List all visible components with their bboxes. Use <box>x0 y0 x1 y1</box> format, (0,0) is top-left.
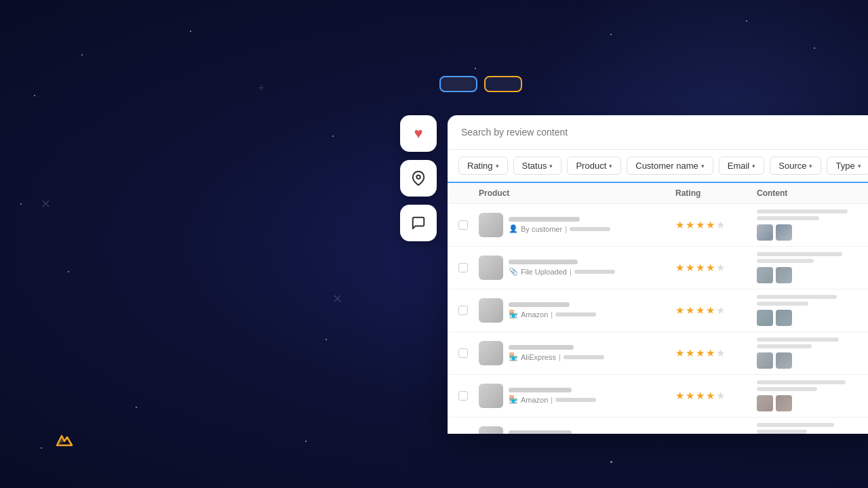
product-filter[interactable]: Product ▾ <box>567 157 621 175</box>
customer-bar <box>555 398 596 402</box>
heart-icon: ♥ <box>414 125 422 142</box>
source-label: AliExpress <box>521 353 556 361</box>
review-image <box>757 395 773 411</box>
unpublished-tab[interactable] <box>484 76 522 92</box>
source-icon: 🏪 <box>509 395 518 404</box>
source-tag: 📎 File Uploaded | <box>509 267 615 276</box>
star-filled-icon: ★ <box>706 390 715 402</box>
product-name-bar <box>509 430 572 434</box>
star-filled-icon: ★ <box>675 304 684 317</box>
source-tag: 🏪 Amazon | <box>509 310 596 319</box>
review-image <box>757 310 773 326</box>
star-empty-icon: ★ <box>716 347 725 359</box>
star-rating: ★★★★★ <box>675 262 757 274</box>
tab-area <box>439 76 522 92</box>
source-icon: 🏪 <box>509 310 518 319</box>
review-image <box>757 267 773 283</box>
review-image <box>776 224 792 241</box>
email-filter[interactable]: Email ▾ <box>719 157 765 175</box>
row-checkbox[interactable] <box>458 306 479 315</box>
rating-filter[interactable]: Rating ▾ <box>458 157 508 175</box>
table-row[interactable]: 🏪 Amazon | ★★★★★ <box>448 375 868 418</box>
source-icon: 👤 <box>509 224 518 233</box>
content-bar <box>757 216 819 220</box>
product-info: 🏪 AliExpress | <box>509 345 604 361</box>
review-panel: Rating ▾ Status ▾ Product ▾ Customer nam… <box>448 115 868 434</box>
product-info: 🏪 AliExpress | <box>509 430 604 434</box>
star-rating: ★★★★★ <box>675 432 757 434</box>
star-filled-icon: ★ <box>675 219 684 231</box>
star-filled-icon: ★ <box>706 432 715 434</box>
type-filter[interactable]: Type ▾ <box>827 157 868 175</box>
source-tag: 🏪 Amazon | <box>509 395 596 404</box>
table-row[interactable]: 🏪 Amazon | ★★★★★ <box>448 289 868 332</box>
row-checkbox[interactable] <box>458 348 479 358</box>
search-input[interactable] <box>461 127 868 138</box>
product-name-bar <box>509 217 580 222</box>
star-decoration <box>610 461 612 463</box>
row-checkbox[interactable] <box>458 263 479 272</box>
product-name-bar <box>509 260 578 264</box>
source-icon: 🏪 <box>509 352 518 361</box>
table-row[interactable]: 📎 File Uploaded | ★★★★★ <box>448 247 868 289</box>
chat-button[interactable] <box>400 205 437 241</box>
star-decoration <box>610 34 612 35</box>
customer-bar <box>555 312 596 317</box>
chevron-down-icon: ▾ <box>858 163 861 169</box>
star-filled-icon: ★ <box>675 347 684 359</box>
star-filled-icon: ★ <box>686 432 694 434</box>
review-image <box>776 310 792 326</box>
row-checkbox[interactable] <box>458 391 479 401</box>
content-images <box>757 352 868 369</box>
product-info: 📎 File Uploaded | <box>509 260 615 276</box>
star-filled-icon: ★ <box>675 390 684 402</box>
star-filled-icon: ★ <box>706 304 715 317</box>
chat-icon <box>411 216 426 230</box>
star-filled-icon: ★ <box>686 347 694 359</box>
product-cell: 👤 By customer | <box>479 213 675 237</box>
left-panel <box>0 0 380 488</box>
main-title <box>54 188 339 226</box>
customer-filter[interactable]: Customer name ▾ <box>627 157 713 175</box>
chevron-down-icon: ▾ <box>609 163 612 169</box>
heart-button[interactable]: ♥ <box>400 115 437 152</box>
source-icon: 📎 <box>509 267 518 276</box>
row-checkbox[interactable] <box>458 220 479 230</box>
product-name-bar <box>509 388 572 392</box>
source-label: By customer <box>521 225 562 233</box>
star-filled-icon: ★ <box>686 390 694 402</box>
content-bar <box>757 259 814 263</box>
content-bar <box>757 387 817 391</box>
source-filter[interactable]: Source ▾ <box>770 157 821 175</box>
content-bar <box>757 302 808 306</box>
content-bar <box>757 295 837 299</box>
source-label: Amazon <box>521 310 548 319</box>
star-filled-icon: ★ <box>686 304 694 317</box>
content-cell <box>757 295 868 326</box>
review-image <box>776 395 792 411</box>
review-image <box>757 224 773 241</box>
table-row[interactable]: 🏪 AliExpress | ★★★★★ <box>448 332 868 375</box>
pin-icon <box>411 171 426 186</box>
chevron-down-icon: ▾ <box>496 163 499 169</box>
star-filled-icon: ★ <box>706 219 715 231</box>
content-cell <box>757 209 868 241</box>
published-tab[interactable] <box>439 76 477 92</box>
product-thumbnail <box>479 298 503 323</box>
star-filled-icon: ★ <box>686 262 694 274</box>
table-row[interactable]: 🏪 AliExpress | ★★★★★ <box>448 418 868 434</box>
star-decoration <box>814 47 815 49</box>
table-row[interactable]: 👤 By customer | ★★★★★ <box>448 204 868 247</box>
product-info: 👤 By customer | <box>509 217 610 233</box>
table-header: Product Rating Content <box>448 183 868 204</box>
chevron-down-icon: ▾ <box>752 163 755 169</box>
product-info: 🏪 Amazon | <box>509 302 596 319</box>
product-name-bar <box>509 345 574 350</box>
status-filter[interactable]: Status ▾ <box>513 157 562 175</box>
rating-cell: ★★★★★ <box>675 262 757 274</box>
logo-icon <box>54 430 75 451</box>
filter-row: Rating ▾ Status ▾ Product ▾ Customer nam… <box>448 150 868 183</box>
pin-button[interactable] <box>400 160 437 197</box>
star-empty-icon: ★ <box>716 390 725 402</box>
content-bar <box>757 344 812 348</box>
